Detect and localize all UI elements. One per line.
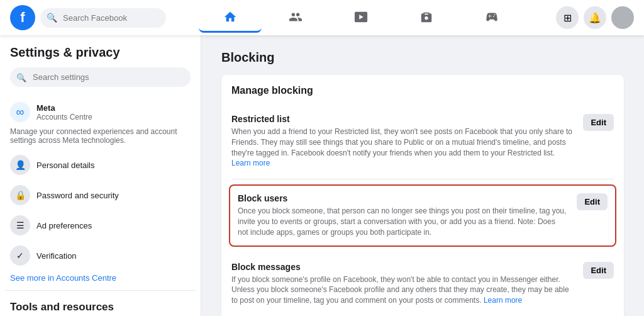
sidebar-item-password-security[interactable]: 🔒 Password and security xyxy=(5,180,196,210)
nav-tab-friends[interactable] xyxy=(264,3,327,33)
main-content: Blocking Manage blocking Restricted list… xyxy=(201,35,644,316)
sidebar-item-verification[interactable]: ✓ Verification xyxy=(5,240,196,271)
nav-right: ⊞ 🔔 xyxy=(556,6,634,29)
apps-button[interactable]: ⊞ xyxy=(556,6,579,29)
notifications-button[interactable]: 🔔 xyxy=(584,6,606,29)
password-security-label: Password and security xyxy=(36,191,119,200)
sidebar-search-icon: 🔍 xyxy=(16,72,26,82)
facebook-logo[interactable]: f xyxy=(10,5,35,30)
meta-icon: ∞ xyxy=(10,102,30,122)
sidebar: Settings & privacy 🔍 ∞ Meta Accounts Cen… xyxy=(0,35,201,316)
restricted-list-edit-button[interactable]: Edit xyxy=(583,114,614,131)
restricted-list-learn-more[interactable]: Learn more xyxy=(231,159,270,167)
ad-preferences-label: Ad preferences xyxy=(36,221,92,230)
top-nav: f 🔍 ⊞ 🔔 xyxy=(0,0,644,35)
block-messages-learn-more[interactable]: Learn more xyxy=(484,296,522,305)
restricted-list-title: Restricted list xyxy=(231,114,573,124)
meta-label: Meta xyxy=(36,103,92,113)
page-wrap: Settings & privacy 🔍 ∞ Meta Accounts Cen… xyxy=(0,35,644,316)
sidebar-item-ad-preferences[interactable]: ☰ Ad preferences xyxy=(5,210,196,240)
ad-preferences-icon: ☰ xyxy=(10,215,30,235)
nav-center xyxy=(171,3,551,33)
password-security-icon: 🔒 xyxy=(10,185,30,205)
blocking-card: Manage blocking Restricted list When you… xyxy=(221,75,624,316)
block-messages-edit-button[interactable]: Edit xyxy=(583,262,614,279)
sidebar-search-input[interactable] xyxy=(10,67,191,87)
search-icon: 🔍 xyxy=(47,13,57,23)
sidebar-search-wrap: 🔍 xyxy=(5,67,196,87)
search-input[interactable] xyxy=(40,8,166,28)
verification-label: Verification xyxy=(36,251,77,261)
accounts-desc: Manage your connected experiences and ac… xyxy=(5,127,196,150)
nav-tab-video[interactable] xyxy=(330,3,392,33)
nav-tab-gaming[interactable] xyxy=(460,3,523,33)
nav-tab-home[interactable] xyxy=(199,3,262,33)
accounts-centre-label: Accounts Centre xyxy=(36,113,92,121)
see-more-accounts-link[interactable]: See more in Accounts Centre xyxy=(5,271,196,285)
page-title: Blocking xyxy=(221,50,624,65)
block-messages-row: Block messages If you block someone's pr… xyxy=(231,252,614,316)
divider-1 xyxy=(5,290,196,291)
sidebar-meta-item[interactable]: ∞ Meta Accounts Centre xyxy=(5,97,196,127)
block-users-desc: Once you block someone, that person can … xyxy=(238,206,567,237)
nav-tab-marketplace[interactable] xyxy=(395,3,458,33)
block-users-edit-button[interactable]: Edit xyxy=(577,193,608,210)
tools-section-title: Tools and resources xyxy=(5,296,196,316)
verification-icon: ✓ xyxy=(10,245,30,266)
manage-blocking-title: Manage blocking xyxy=(231,85,614,96)
block-users-row: Block users Once you block someone, that… xyxy=(229,184,616,246)
profile-avatar[interactable] xyxy=(611,6,634,29)
sidebar-title: Settings & privacy xyxy=(5,45,196,67)
personal-details-label: Personal details xyxy=(36,161,95,170)
personal-details-icon: 👤 xyxy=(10,155,30,175)
restricted-list-row: Restricted list When you add a friend to… xyxy=(231,104,614,179)
search-wrap: 🔍 xyxy=(40,8,166,28)
block-users-content: Block users Once you block someone, that… xyxy=(238,193,577,237)
block-messages-content: Block messages If you block someone's pr… xyxy=(231,262,583,306)
sidebar-item-personal-details[interactable]: 👤 Personal details xyxy=(5,150,196,180)
restricted-list-desc: When you add a friend to your Restricted… xyxy=(231,127,573,169)
block-users-title: Block users xyxy=(238,193,567,203)
block-messages-desc: If you block someone's profile on Facebo… xyxy=(231,274,573,306)
block-messages-title: Block messages xyxy=(231,262,573,272)
restricted-list-content: Restricted list When you add a friend to… xyxy=(231,114,583,169)
